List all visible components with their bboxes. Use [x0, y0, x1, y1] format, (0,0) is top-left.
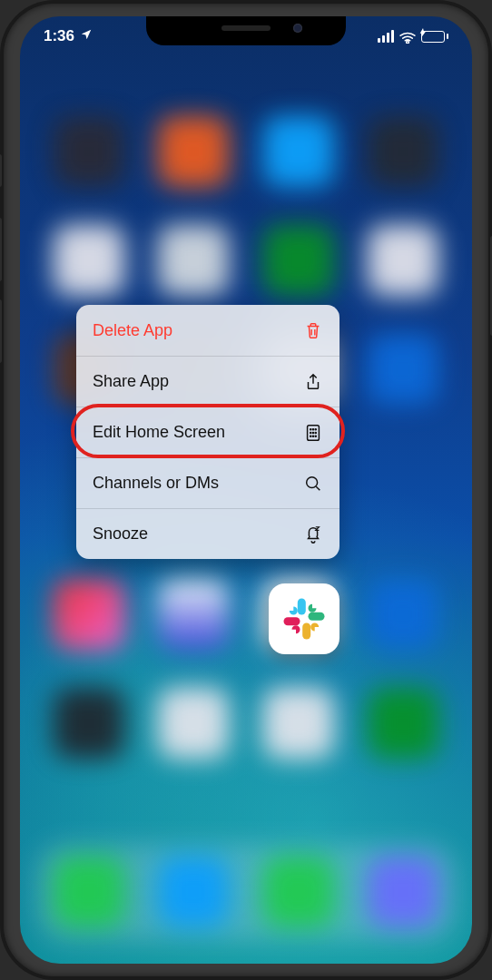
- svg-point-1: [310, 428, 311, 429]
- channels-or-dms-item[interactable]: Channels or DMs: [76, 457, 339, 508]
- svg-point-8: [312, 436, 313, 436]
- phone-frame: 1:36 Delete App: [0, 0, 492, 980]
- slack-app-icon[interactable]: [269, 583, 339, 654]
- delete-app-item[interactable]: Delete App: [76, 305, 339, 356]
- svg-rect-11: [298, 599, 306, 615]
- menu-item-label: Edit Home Screen: [93, 423, 225, 442]
- menu-item-label: Snooze: [93, 524, 148, 544]
- share-app-item[interactable]: Share App: [76, 356, 339, 407]
- svg-point-7: [310, 436, 311, 436]
- status-time: 1:36: [44, 27, 74, 45]
- svg-point-4: [310, 432, 311, 433]
- edit-home-screen-item[interactable]: Edit Home Screen: [76, 407, 339, 457]
- search-icon: [303, 474, 323, 494]
- svg-point-10: [307, 476, 318, 487]
- menu-item-label: Share App: [93, 372, 169, 391]
- location-icon: [80, 27, 93, 45]
- trash-icon: [303, 320, 323, 340]
- svg-point-6: [315, 432, 316, 433]
- svg-rect-13: [302, 623, 310, 640]
- menu-item-label: Channels or DMs: [93, 474, 219, 493]
- svg-rect-12: [309, 612, 325, 621]
- svg-point-2: [312, 428, 313, 429]
- volume-up-button: [0, 218, 2, 281]
- volume-down-button: [0, 299, 2, 363]
- screen: 1:36 Delete App: [20, 16, 472, 964]
- svg-point-5: [312, 432, 313, 433]
- svg-point-9: [315, 436, 316, 436]
- share-icon: [303, 372, 323, 392]
- svg-rect-14: [284, 617, 300, 625]
- menu-item-label: Delete App: [93, 321, 172, 340]
- context-menu: Delete App Share App Edit Home Screen Ch…: [76, 305, 339, 559]
- snooze-item[interactable]: Snooze: [76, 508, 339, 559]
- svg-point-3: [315, 428, 316, 429]
- battery-icon: [421, 31, 448, 43]
- apps-icon: [303, 423, 323, 443]
- silence-switch: [0, 154, 2, 187]
- bell-snooze-icon: [303, 524, 323, 544]
- cellular-icon: [378, 30, 394, 43]
- wifi-icon: [399, 30, 416, 43]
- status-bar: 1:36: [20, 24, 472, 49]
